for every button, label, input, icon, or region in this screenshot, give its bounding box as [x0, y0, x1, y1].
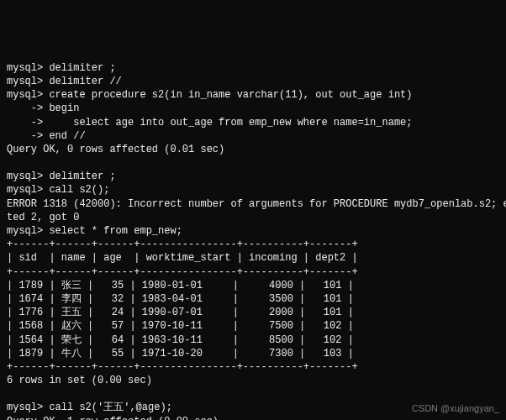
terminal-output: mysql> delimiter ; mysql> delimiter // m…: [7, 61, 499, 420]
watermark-text: CSDN @xujiangyan_: [412, 402, 499, 415]
